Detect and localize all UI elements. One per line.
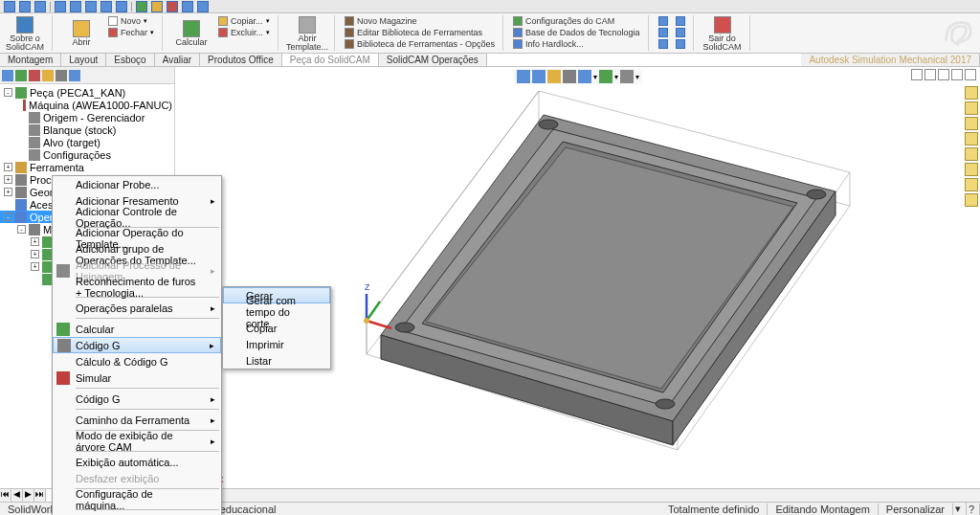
status-icon[interactable]: ? (967, 504, 980, 515)
ribbon-tab[interactable]: SolidCAM Operações (379, 54, 487, 66)
context-menu-item[interactable]: Calcular (53, 321, 221, 337)
ribbon-button[interactable]: Fechar ▾ (106, 27, 156, 38)
ribbon-button[interactable]: Novo Magazine (343, 15, 497, 27)
qat-icon[interactable] (167, 1, 178, 12)
svg-line-4 (367, 321, 391, 328)
context-menu-item[interactable]: Reconhecimento de furos + Tecnologia... (53, 279, 221, 295)
qat-icon[interactable] (136, 1, 147, 12)
ribbon-button[interactable]: Info Hardlock... (511, 38, 641, 50)
qat-icon[interactable] (100, 1, 112, 12)
context-menu-item[interactable]: Simular (53, 369, 221, 386)
context-menu-item[interactable]: Código G▸ (53, 391, 221, 407)
svg-line-5 (367, 302, 380, 321)
sidebar-mode-icon[interactable] (29, 70, 40, 81)
sidebar-icon-row (0, 67, 174, 84)
qat-icon[interactable] (85, 1, 97, 12)
ribbon-tab[interactable]: Esboço (106, 54, 154, 66)
status-customize[interactable]: Personalizar (879, 504, 953, 515)
ribbon-tab[interactable]: Montagem (0, 54, 61, 66)
context-menu-item[interactable]: Adicionar Probe... (53, 176, 221, 192)
ribbon-button[interactable]: Base de Dados de Tecnologia (511, 27, 641, 38)
ribbon-button[interactable]: Biblioteca de Ferramentas - Opções (343, 38, 497, 50)
tab-nav-last[interactable]: ⏭ (34, 489, 46, 502)
qat-icon[interactable] (151, 1, 163, 12)
sidebar-mode-icon[interactable] (42, 70, 54, 81)
ribbon-tab-simulation[interactable]: Autodesk Simulation Mechanical 2017 (801, 54, 980, 66)
gcode-submenu: GerarGerar com tempo do corteCopiarImpri… (222, 286, 331, 369)
ribbon-tab[interactable]: Produtos Office (200, 54, 282, 66)
svg-point-2 (395, 323, 414, 332)
ribbon-tab[interactable]: Layout (61, 54, 106, 66)
context-menu-item[interactable]: Caminho da Ferramenta▸ (53, 412, 221, 428)
tab-nav-prev[interactable]: ◀ (11, 489, 23, 502)
ribbon: Sobre oSolidCAMAbrirNovo ▾Fechar ▾Calcul… (0, 13, 980, 54)
tab-nav-next[interactable]: ▶ (23, 489, 34, 502)
qat-icon[interactable] (4, 1, 15, 12)
ribbon-icon[interactable] (674, 27, 687, 38)
ribbon-button[interactable]: Novo ▾ (106, 15, 156, 27)
svg-point-1 (807, 190, 826, 199)
ribbon-icon[interactable] (674, 15, 687, 27)
quick-access-toolbar (0, 0, 980, 13)
sidebar-mode-icon[interactable] (69, 70, 80, 81)
ribbon-tab[interactable]: Avaliar (155, 54, 200, 66)
status-editing: Editando Montagem (768, 504, 878, 515)
dassault-logo (938, 13, 976, 50)
svg-point-3 (656, 399, 675, 409)
context-menu-item[interactable]: Copiar (223, 320, 330, 336)
sidebar-mode-icon[interactable] (15, 70, 27, 81)
qat-icon[interactable] (34, 1, 46, 12)
ribbon-icon[interactable] (657, 15, 670, 27)
tree-item[interactable]: +Ferramenta (0, 161, 174, 173)
qat-icon[interactable] (197, 1, 209, 12)
tree-item[interactable]: Blanque (stock) (0, 123, 174, 136)
context-menu-item: Desfazer exibição (53, 470, 221, 486)
context-menu-item[interactable]: Listar (223, 352, 330, 369)
ribbon-button[interactable]: AbrirTemplate... (286, 15, 328, 52)
qat-icon[interactable] (182, 1, 193, 12)
operations-context-menu: Adicionar Probe...Adicionar Fresamento▸A… (52, 175, 222, 515)
tree-item[interactable]: -Peça (PECA1_KAN) (0, 86, 174, 99)
context-menu-item[interactable]: Exibição automática... (53, 454, 221, 470)
tab-nav-first[interactable]: ⏮ (0, 489, 11, 502)
ribbon-button[interactable]: Editar Biblioteca de Ferramentas (343, 27, 497, 38)
context-menu-item[interactable]: Gerar com tempo do corte (223, 303, 330, 320)
tree-item[interactable]: Configurações (0, 148, 174, 161)
ribbon-button[interactable]: Abrir (60, 15, 102, 52)
context-menu-item[interactable]: Cálculo & Código G (53, 353, 221, 369)
sidebar-mode-icon[interactable] (56, 70, 67, 81)
ribbon-tabs: MontagemLayoutEsboçoAvaliarProdutos Offi… (0, 54, 980, 67)
ribbon-icon[interactable] (674, 38, 687, 50)
ribbon-tab[interactable]: Peça do SolidCAM (282, 54, 379, 66)
ribbon-button[interactable]: Sobre oSolidCAM (4, 15, 46, 52)
ribbon-button[interactable]: Configurações do CAM (511, 15, 641, 27)
context-menu-item[interactable]: Modo de exibição de árvore CAM▸ (53, 433, 221, 449)
ribbon-button[interactable]: Sair doSolidCAM (702, 15, 744, 52)
qat-icon[interactable] (116, 1, 127, 12)
context-menu-item[interactable]: Operações paralelas▸ (53, 300, 221, 316)
ribbon-button[interactable]: Copiar... ▾ (216, 15, 272, 27)
context-menu-item[interactable]: Imprimir (223, 336, 330, 352)
ribbon-button[interactable]: Calcular (170, 15, 212, 52)
tree-item[interactable]: Origem - Gerenciador (0, 111, 174, 123)
ribbon-icon[interactable] (657, 27, 670, 38)
tree-item[interactable]: Máquina (AWEA1000-FANUC) (0, 99, 174, 111)
3d-part[interactable]: z (347, 77, 980, 459)
tree-item[interactable]: Alvo (target) (0, 136, 174, 148)
qat-icon[interactable] (19, 1, 31, 12)
context-menu-item[interactable]: Configuração de máquina... (53, 491, 221, 507)
sidebar-mode-icon[interactable] (2, 70, 13, 81)
qat-icon[interactable] (55, 1, 66, 12)
context-menu-item[interactable]: Código G▸ (53, 337, 221, 353)
axis-z-label: z (365, 280, 370, 292)
ribbon-icon[interactable] (657, 38, 670, 50)
svg-point-0 (539, 120, 558, 129)
status-icon[interactable]: ▾ (953, 503, 967, 515)
qat-icon[interactable] (70, 1, 81, 12)
svg-point-7 (364, 318, 369, 324)
context-menu-item[interactable]: Adicionar Controle de Operação... (53, 209, 221, 225)
ribbon-button[interactable]: Excluir... ▾ (216, 27, 272, 38)
3d-viewport[interactable]: ▾ ▾ ▾ (175, 67, 980, 502)
status-defined: Totalmente definido (660, 504, 768, 515)
